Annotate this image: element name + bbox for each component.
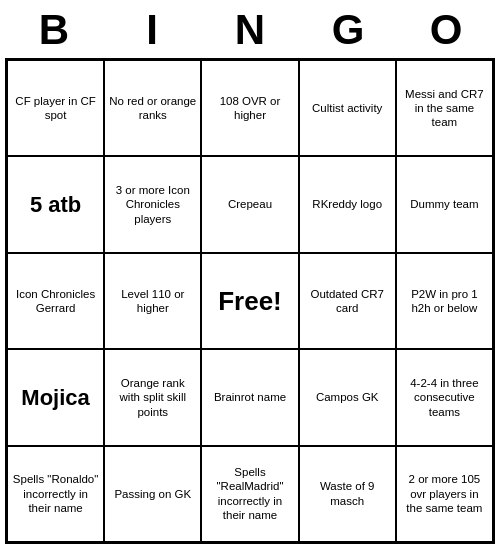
bingo-cell: Free!: [201, 253, 298, 349]
bingo-cell: Level 110 or higher: [104, 253, 201, 349]
bingo-cell: Messi and CR7 in the same team: [396, 60, 493, 156]
bingo-cell: 3 or more Icon Chronicles players: [104, 156, 201, 252]
title-letter: B: [9, 6, 99, 54]
bingo-grid: CF player in CF spotNo red or orange ran…: [5, 58, 495, 544]
bingo-cell: Mojica: [7, 349, 104, 445]
bingo-cell: P2W in pro 1 h2h or below: [396, 253, 493, 349]
bingo-cell: RKreddy logo: [299, 156, 396, 252]
bingo-cell: Dummy team: [396, 156, 493, 252]
bingo-cell: 108 OVR or higher: [201, 60, 298, 156]
bingo-cell: Outdated CR7 card: [299, 253, 396, 349]
bingo-cell: No red or orange ranks: [104, 60, 201, 156]
bingo-cell: Brainrot name: [201, 349, 298, 445]
title-letter: I: [107, 6, 197, 54]
bingo-cell: Waste of 9 masch: [299, 446, 396, 542]
bingo-cell: Passing on GK: [104, 446, 201, 542]
bingo-cell: Cultist activity: [299, 60, 396, 156]
bingo-cell: 4-2-4 in three consecutive teams: [396, 349, 493, 445]
bingo-cell: Orange rank with split skill points: [104, 349, 201, 445]
bingo-cell: Icon Chronicles Gerrard: [7, 253, 104, 349]
bingo-cell: CF player in CF spot: [7, 60, 104, 156]
bingo-cell: Spells "RealMadrid" incorrectly in their…: [201, 446, 298, 542]
title-letter: N: [205, 6, 295, 54]
bingo-cell: Spells "Ronaldo" incorrectly in their na…: [7, 446, 104, 542]
bingo-cell: 2 or more 105 ovr players in the same te…: [396, 446, 493, 542]
title-letter: O: [401, 6, 491, 54]
bingo-cell: Crepeau: [201, 156, 298, 252]
title-letter: G: [303, 6, 393, 54]
bingo-title: BINGO: [5, 0, 495, 58]
bingo-cell: Campos GK: [299, 349, 396, 445]
bingo-cell: 5 atb: [7, 156, 104, 252]
